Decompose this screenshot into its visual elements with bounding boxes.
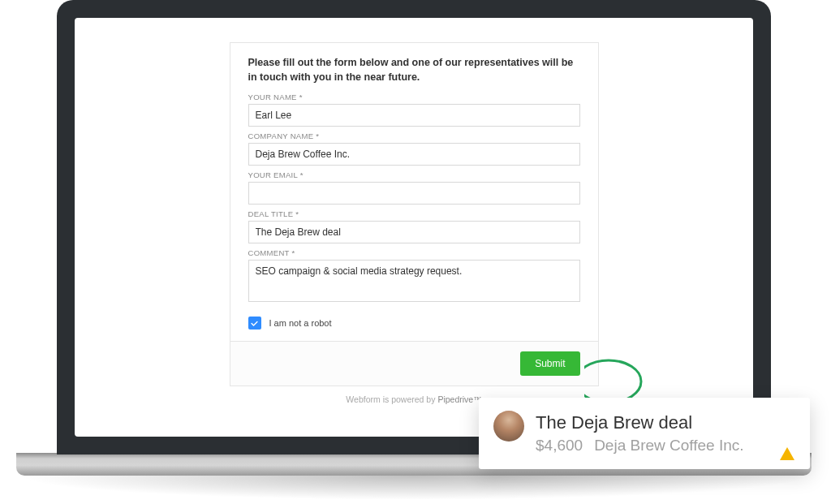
warning-triangle-icon xyxy=(779,446,795,461)
recaptcha-row[interactable]: I am not a robot xyxy=(248,317,580,330)
deal-sub-row: $4,600 Deja Brew Coffee Inc. xyxy=(536,437,795,454)
name-input[interactable] xyxy=(248,104,580,127)
powered-brand: Pipedrive™ xyxy=(437,394,481,404)
avatar xyxy=(493,411,524,442)
webform-body: Please fill out the form below and one o… xyxy=(230,43,598,341)
deal-card-title: The Deja Brew deal xyxy=(536,412,795,433)
comment-label: COMMENT * xyxy=(248,248,580,257)
laptop-screen: Please fill out the form below and one o… xyxy=(75,18,753,437)
powered-prefix: Webform is powered by xyxy=(346,394,437,404)
deal-company: Deja Brew Coffee Inc. xyxy=(594,437,743,454)
deal-title-input[interactable] xyxy=(248,221,580,243)
name-label: YOUR NAME * xyxy=(248,93,580,101)
company-input[interactable] xyxy=(248,143,580,166)
deal-title-label: DEAL TITLE * xyxy=(248,209,580,218)
comment-textarea[interactable]: SEO campaign & social media strategy req… xyxy=(248,260,580,302)
submit-button[interactable]: Submit xyxy=(520,351,579,376)
company-label: COMPANY NAME * xyxy=(248,131,580,140)
laptop-shadow xyxy=(16,476,812,500)
webform-card: Please fill out the form below and one o… xyxy=(230,42,599,386)
form-intro: Please fill out the form below and one o… xyxy=(248,56,580,84)
webform-footer: Submit xyxy=(230,341,598,386)
deal-card[interactable]: The Deja Brew deal $4,600 Deja Brew Coff… xyxy=(479,398,810,469)
email-input[interactable] xyxy=(248,182,580,205)
laptop-frame: Please fill out the form below and one o… xyxy=(57,0,771,454)
deal-amount: $4,600 xyxy=(536,437,583,454)
recaptcha-checkbox-icon[interactable] xyxy=(248,317,261,330)
recaptcha-label: I am not a robot xyxy=(269,318,332,328)
deal-info: The Deja Brew deal $4,600 Deja Brew Coff… xyxy=(536,412,795,454)
email-label: YOUR EMAIL * xyxy=(248,170,580,179)
powered-by-text: Webform is powered by Pipedrive™ xyxy=(346,394,481,404)
